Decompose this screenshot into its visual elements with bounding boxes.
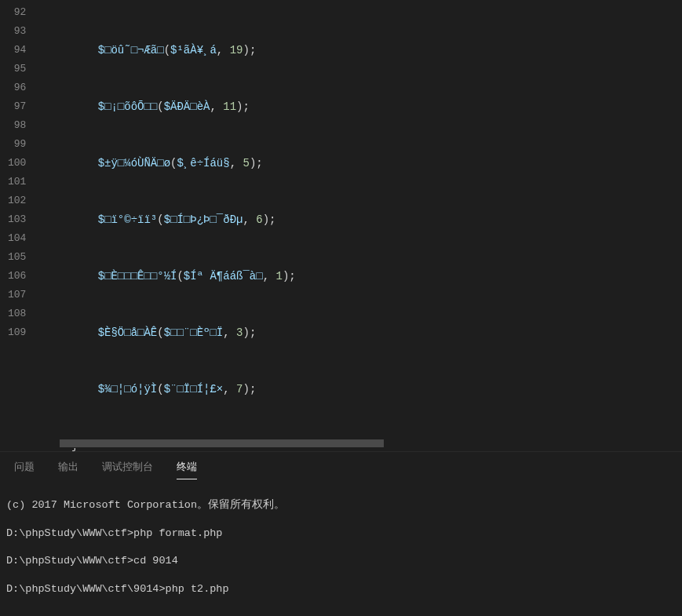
line-number: 105 [8,248,26,267]
code-line[interactable]: $È§Ö□å□ÀÊ($□□¨□Èº□Ï, 3); [40,323,682,342]
tab-problems[interactable]: 问题 [14,460,35,479]
arg: $¨□Ï□Í¦£× [164,383,224,395]
code-line[interactable]: $±ÿ□¼óÙÑÄ□ø($¸ê÷Íáü§, 5); [40,154,682,173]
code-line[interactable]: $□È□□□Ê□□°½Í($Íª Ä¶ááß¯à□, 1); [40,267,682,286]
num: 1 [276,270,283,282]
line-number: 94 [8,41,26,60]
terminal-line: (c) 2017 Microsoft Corporation。保留所有权利。 [6,497,676,514]
var: $È§Ö□å□ÀÊ [98,326,158,339]
num: 19 [230,44,243,56]
var: $□öû˜□¬Æã□ [98,44,164,56]
horizontal-scrollbar[interactable] [44,439,682,448]
line-number: 92 [8,3,26,22]
var: $□ï°©÷ïï³ [98,213,158,226]
arg: $□Í□Þ¿Þ□¯ðÐµ [164,213,243,226]
line-number: 103 [8,210,26,229]
num: 11 [223,100,236,113]
terminal-line: D:\phpStudy\WWW\ctf\9014>php t2.php [6,581,676,598]
arg: $¹ãÀ¥¸á [170,44,217,56]
scrollbar-thumb[interactable] [60,439,384,447]
code-editor[interactable]: 92 93 94 95 96 97 98 99 100 101 102 103 … [0,0,682,451]
code-area[interactable]: $□öû˜□¬Æã□($¹ãÀ¥¸á, 19); $□¡□õôÕ□□($ÄÐÄ□… [40,0,682,451]
line-number: 108 [8,304,26,323]
line-number: 101 [8,173,26,191]
line-number: 97 [8,97,26,116]
var: $□È□□□Ê□□°½Í [98,270,177,282]
line-number: 96 [8,78,26,97]
terminal-line: D:\phpStudy\WWW\ctf>cd 9014 [6,552,676,570]
num: 6 [256,213,262,226]
arg: $ÄÐÄ□èÀ [164,100,210,113]
line-number: 104 [8,229,26,248]
tab-terminal[interactable]: 终端 [177,460,197,479]
line-number: 109 [8,323,26,342]
panel-tabs: 问题 输出 调试控制台 终端 [0,452,682,486]
var: $¾□¦□ó¦ÿÌ [98,383,158,395]
line-number: 106 [8,267,26,286]
var: $□¡□õôÕ□□ [98,100,158,113]
arg: $¸ê÷Íáü§ [177,157,229,169]
line-number: 99 [8,135,26,154]
line-number: 107 [8,286,26,304]
tab-debug-console[interactable]: 调试控制台 [102,460,153,479]
line-number: 100 [8,154,26,173]
code-line[interactable]: $□¡□õôÕ□□($ÄÐÄ□èÀ, 11); [40,97,682,116]
line-number-gutter: 92 93 94 95 96 97 98 99 100 101 102 103 … [0,0,40,451]
line-number: 93 [8,22,26,41]
var: $±ÿ□¼óÙÑÄ□ø [98,157,170,169]
num: 3 [236,326,243,339]
num: 7 [236,383,243,395]
code-line[interactable]: $□öû˜□¬Æã□($¹ãÀ¥¸á, 19); [40,41,682,60]
code-line[interactable]: $¾□¦□ó¦ÿÌ($¨□Ï□Í¦£×, 7); [40,380,682,399]
terminal-line: D:\phpStudy\WWW\ctf>php format.php [6,525,676,542]
line-number: 102 [8,191,26,210]
terminal-content[interactable]: (c) 2017 Microsoft Corporation。保留所有权利。 D… [0,486,682,614]
num: 5 [243,157,249,169]
tab-output[interactable]: 输出 [58,460,78,479]
line-number: 95 [8,60,26,78]
line-number: 98 [8,116,26,135]
arg: $□□¨□Èº□Ï [164,326,224,339]
bottom-panel: 问题 输出 调试控制台 终端 (c) 2017 Microsoft Corpor… [0,451,682,616]
arg: $Íª Ä¶ááß¯à□ [184,270,263,282]
code-line[interactable]: $□ï°©÷ïï³($□Í□Þ¿Þ□¯ðÐµ, 6); [40,210,682,229]
